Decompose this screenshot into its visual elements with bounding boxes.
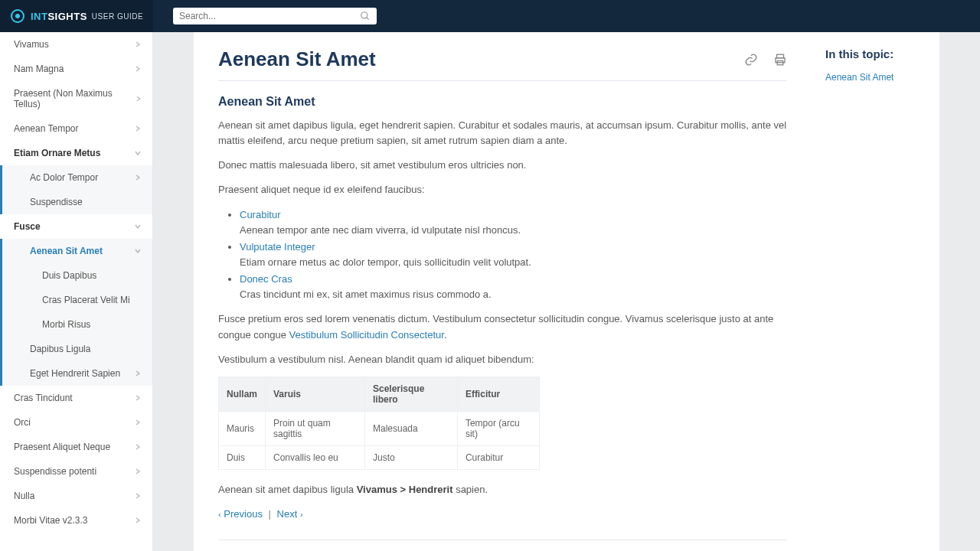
prev-link[interactable]: ‹ Previous <box>218 508 263 520</box>
sidebar-item[interactable]: Aenean Sit Amet <box>2 239 152 263</box>
sidebar-item[interactable]: Suspendisse <box>2 190 152 214</box>
title-row: Aenean Sit Amet <box>218 47 787 81</box>
paragraph-2: Donec mattis malesuada libero, sit amet … <box>218 158 787 173</box>
permalink-icon[interactable] <box>744 53 758 67</box>
chevron-right-icon <box>135 95 142 103</box>
list-item-link[interactable]: Curabitur <box>240 209 280 220</box>
next-link[interactable]: Next › <box>277 508 303 520</box>
sidebar-item-label: Cras Placerat Velit Mi <box>42 295 130 305</box>
svg-line-1 <box>367 18 369 20</box>
in-this-topic-title: In this topic: <box>825 47 926 60</box>
sidebar-item-label: Nulla <box>14 491 34 501</box>
sidebar[interactable]: VivamusNam MagnaPraesent (Non Maximus Te… <box>0 32 153 551</box>
sidebar-item-label: Fusce <box>14 221 41 232</box>
sidebar-item-label: Ac Dolor Tempor <box>30 172 98 183</box>
paragraph-1: Aenean sit amet dapibus ligula, eget hen… <box>218 118 787 148</box>
sidebar-item-label: Duis Dapibus <box>42 270 96 281</box>
chevron-right-icon <box>134 492 142 500</box>
in-this-topic: In this topic: Aenean Sit Amet <box>812 32 939 551</box>
sidebar-item-label: Morbi Risus <box>42 319 90 330</box>
sidebar-item[interactable]: Suspendisse potenti <box>0 459 152 484</box>
table-header: Scelerisque libero <box>364 377 457 411</box>
sidebar-item[interactable]: Praesent Aliquet Neque <box>0 435 152 459</box>
table-header: Varuis <box>266 377 365 411</box>
layout: VivamusNam MagnaPraesent (Non Maximus Te… <box>0 32 980 551</box>
table-header: Efficitur <box>457 377 539 411</box>
topbar: INTSIGHTS USER GUIDE <box>0 0 980 32</box>
sidebar-item[interactable]: Ac Dolor Tempor <box>2 165 152 190</box>
chevron-right-icon <box>134 394 142 402</box>
search-icon[interactable] <box>360 11 371 21</box>
svg-rect-2 <box>777 54 784 58</box>
content-outer: Aenean Sit Amet Aenean Sit Amet Aenean s… <box>153 32 980 551</box>
sidebar-item[interactable]: Aenean Tempor <box>0 116 152 141</box>
sidebar-item[interactable]: Fusce <box>0 214 152 239</box>
sidebar-item-label: Dapibus Ligula <box>30 344 90 354</box>
breadcrumb-bold: Vivamus > Hendrerit <box>357 484 453 495</box>
brand[interactable]: INTSIGHTS USER GUIDE <box>0 0 153 32</box>
list-item: Vulputate IntegerEtiam ornare metus ac d… <box>240 240 787 270</box>
chevron-right-icon <box>134 174 142 181</box>
sidebar-item-label: Nam Magna <box>14 64 64 74</box>
brand-name: INTSIGHTS <box>31 11 87 22</box>
chevron-right-icon <box>134 443 142 451</box>
sidebar-item[interactable]: Praesent (Non Maximus Tellus) <box>0 81 152 116</box>
search-box[interactable] <box>173 8 377 24</box>
chevron-right-icon <box>134 468 142 475</box>
sidebar-item-label: Praesent (Non Maximus Tellus) <box>14 88 135 109</box>
list-item-desc: Aenean tempor ante nec diam viverra, id … <box>240 223 787 238</box>
table-cell: Proin ut quam sagittis <box>266 411 365 445</box>
chevron-right-icon <box>134 517 142 524</box>
sidebar-item[interactable]: Morbi Risus <box>2 312 152 337</box>
chevron-down-icon <box>134 247 142 255</box>
sidebar-item[interactable]: Nulla <box>0 484 152 508</box>
table-cell: Convallis leo eu <box>266 445 365 469</box>
sidebar-item[interactable]: Morbi Vitae v2.3.3 <box>0 508 152 533</box>
bullet-list: CurabiturAenean tempor ante nec diam viv… <box>240 207 787 303</box>
table-cell: Mauris <box>219 411 266 445</box>
table-cell: Tempor (arcu sit) <box>457 411 539 445</box>
list-item-link[interactable]: Vulputate Integer <box>240 241 315 253</box>
table-header: Nullam <box>219 377 266 411</box>
brand-sub: USER GUIDE <box>92 12 143 21</box>
sidebar-item-label: Praesent Aliquet Neque <box>14 442 110 452</box>
sidebar-item[interactable]: Cras Placerat Velit Mi <box>2 288 152 312</box>
inline-link[interactable]: Vestibulum Sollicitudin Consectetur <box>289 329 444 341</box>
paragraph-3: Praesent aliquet neque id ex eleifend fa… <box>218 182 787 197</box>
sidebar-item[interactable]: Cras Tincidunt <box>0 386 152 410</box>
in-this-topic-link[interactable]: Aenean Sit Amet <box>825 72 893 83</box>
table-cell: Malesuada <box>364 411 457 445</box>
paragraph-4: Fusce pretium eros sed lorem venenatis d… <box>218 311 787 342</box>
list-item: Donec CrasCras tincidunt mi ex, sit amet… <box>240 272 787 302</box>
chevron-right-icon <box>134 65 142 73</box>
table-cell: Curabitur <box>457 445 539 469</box>
chevron-down-icon <box>134 223 142 230</box>
sidebar-item[interactable]: Dapibus Ligula <box>2 337 152 361</box>
content: Aenean Sit Amet Aenean Sit Amet Aenean s… <box>194 32 812 551</box>
list-item-desc: Cras tincidunt mi ex, sit amet maximus r… <box>240 287 787 302</box>
sidebar-item[interactable]: Vivamus <box>0 32 152 57</box>
sidebar-item-label: Orci <box>14 417 31 428</box>
pager-sep: | <box>269 508 271 520</box>
sidebar-item-label: Suspendisse <box>30 197 83 207</box>
sidebar-item[interactable]: Eget Hendrerit Sapien <box>2 361 152 386</box>
sidebar-item[interactable]: Duis Dapibus <box>2 263 152 288</box>
sidebar-item[interactable]: Etiam Ornare Metus <box>0 141 152 165</box>
list-item-link[interactable]: Donec Cras <box>240 273 292 285</box>
list-item-desc: Etiam ornare metus ac dolor tempor, quis… <box>240 255 787 270</box>
sidebar-item[interactable]: Nam Magna <box>0 57 152 81</box>
paragraph-5: Vestibulum a vestibulum nisl. Aenean bla… <box>218 352 787 367</box>
chevron-right-icon <box>134 41 142 48</box>
sidebar-item[interactable]: Orci <box>0 410 152 435</box>
sidebar-item-label: Aenean Tempor <box>14 123 79 134</box>
chevron-right-icon <box>134 419 142 426</box>
search-input[interactable] <box>179 11 360 21</box>
pager: ‹ Previous | Next › <box>218 508 787 520</box>
chevron-right-icon: › <box>300 510 303 519</box>
table-cell: Duis <box>219 445 266 469</box>
chevron-right-icon <box>134 125 142 132</box>
chevron-down-icon <box>134 149 142 157</box>
table-cell: Justo <box>364 445 457 469</box>
sidebar-item-label: Etiam Ornare Metus <box>14 148 100 158</box>
print-icon[interactable] <box>773 53 787 67</box>
